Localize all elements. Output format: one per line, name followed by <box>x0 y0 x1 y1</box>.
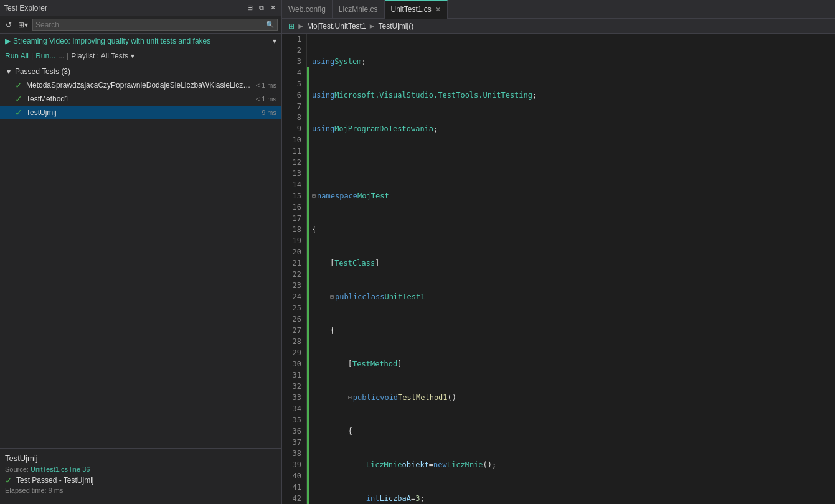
breadcrumb-class[interactable]: MojTest.UnitTest1 <box>307 22 366 30</box>
test-item[interactable]: ✓ TestMethod1 < 1 ms <box>0 92 281 106</box>
refresh-icon[interactable]: ↺ <box>4 19 14 30</box>
test-list: ▼ Passed Tests (3) ✓ MetodaSprawdzajacaC… <box>0 63 281 448</box>
green-gutter-bar <box>307 67 309 504</box>
test-explorer-titlebar: Test Explorer ⊞ ⧉ ✕ <box>0 0 281 16</box>
detail-status: ✓ Test Passed - TestUjmij <box>5 475 276 485</box>
separator2: ... <box>58 52 64 60</box>
test-item[interactable]: ✓ MetodaSprawdzajacaCzyPoprawnieDodajeSi… <box>0 78 281 92</box>
streaming-video-icon: ▶ <box>5 37 11 45</box>
tab-label-liczMnie: LiczMnie.cs <box>339 5 378 14</box>
code-line: ⊟public class UnitTest1 <box>312 291 830 302</box>
test-name-0: MetodaSprawdzajacaCzyPoprawnieDodajeSieL… <box>26 81 252 90</box>
editor-area: Web.config LiczMnie.cs UnitTest1.cs ✕ ⊞ … <box>282 0 835 504</box>
test-item-selected[interactable]: ✓ TestUjmij 9 ms <box>0 106 281 119</box>
test-name-1: TestMethod1 <box>26 95 252 103</box>
pass-icon-1: ✓ <box>15 94 22 104</box>
pin-icon[interactable]: ⊞ <box>245 3 255 12</box>
detail-source-link[interactable]: UnitTest1.cs line 36 <box>31 465 90 473</box>
passed-section-header[interactable]: ▼ Passed Tests (3) <box>0 65 281 78</box>
search-icon: 🔍 <box>266 21 275 29</box>
pass-icon-2: ✓ <box>15 108 22 118</box>
code-line: using System; <box>312 56 830 67</box>
expand-icon: ▼ <box>5 67 12 76</box>
breadcrumb-method[interactable]: TestUjmij() <box>378 22 413 30</box>
test-explorer-title: Test Explorer <box>4 4 47 12</box>
code-line: ⊟public void TestMethod1() <box>312 392 830 403</box>
breadcrumb-sep1: ► <box>297 22 304 30</box>
code-line: [TestClass] <box>312 258 830 269</box>
close-icon[interactable]: ✕ <box>268 3 278 12</box>
breadcrumb-namespace[interactable]: ⊞ <box>288 22 295 30</box>
streaming-dropdown-icon[interactable]: ▾ <box>273 37 276 45</box>
breadcrumb-sep2: ► <box>369 22 376 30</box>
test-duration-2: 9 ms <box>262 109 276 116</box>
detail-title: TestUjmij <box>5 454 276 463</box>
code-line: using MojProgramDoTestowania; <box>312 123 830 134</box>
run-link[interactable]: Run... <box>35 52 55 60</box>
tab-close-unitTest1[interactable]: ✕ <box>435 6 441 14</box>
code-line: ⊟namespace MojTest <box>312 190 830 202</box>
test-duration-1: < 1 ms <box>256 95 276 103</box>
search-box[interactable]: 🔍 <box>32 19 278 31</box>
separator1: | <box>31 52 33 60</box>
group-icon[interactable]: ⊞▾ <box>16 19 30 30</box>
code-line: { <box>312 426 830 437</box>
code-line: { <box>312 224 830 235</box>
detail-elapsed: Elapsed time: 9 ms <box>5 487 276 494</box>
code-line: [TestMethod] <box>312 358 830 370</box>
run-all-link[interactable]: Run All <box>5 52 29 60</box>
tab-label-unitTest1: UnitTest1.cs <box>391 5 432 14</box>
detail-status-text: Test Passed - TestUjmij <box>16 476 93 485</box>
code-line: { <box>312 325 830 336</box>
undock-icon[interactable]: ⧉ <box>257 3 266 12</box>
passed-section-label: Passed Tests (3) <box>15 67 70 76</box>
playlist-label: Playlist : All Tests <box>71 52 128 60</box>
detail-source-label: Source: <box>5 465 29 473</box>
breadcrumb: ⊞ ► MojTest.UnitTest1 ► TestUjmij() <box>282 19 835 34</box>
code-line <box>312 157 830 168</box>
code-line: using Microsoft.VisualStudio.TestTools.U… <box>312 90 830 101</box>
separator3: | <box>67 52 68 60</box>
test-duration-0: < 1 ms <box>256 82 276 89</box>
streaming-bar[interactable]: ▶ Streaming Video: Improving quality wit… <box>0 34 281 49</box>
tab-web-config[interactable]: Web.config <box>282 0 333 19</box>
pass-icon-0: ✓ <box>15 80 22 90</box>
tab-unitTest1[interactable]: UnitTest1.cs ✕ <box>385 0 448 19</box>
test-name-2: TestUjmij <box>26 108 258 117</box>
code-editor: 1 2 3 4 5 6 7 8 9 10 11 12 13 14 15 16 1… <box>282 34 835 504</box>
playlist-dropdown-icon[interactable]: ▾ <box>131 52 134 60</box>
titlebar-icons: ⊞ ⧉ ✕ <box>245 3 278 12</box>
code-line: int LiczbaA = 3; <box>312 493 830 504</box>
tab-bar: Web.config LiczMnie.cs UnitTest1.cs ✕ <box>282 0 835 19</box>
detail-source: Source: UnitTest1.cs line 36 <box>5 465 276 473</box>
test-detail-panel: TestUjmij Source: UnitTest1.cs line 36 ✓… <box>0 448 281 504</box>
tab-label-web-config: Web.config <box>288 5 326 14</box>
test-explorer-panel: Test Explorer ⊞ ⧉ ✕ ↺ ⊞▾ 🔍 ▶ Streaming V… <box>0 0 282 504</box>
search-input[interactable] <box>35 21 266 29</box>
code-content[interactable]: using System; using Microsoft.VisualStud… <box>307 34 835 504</box>
code-line: LiczMnie obiekt = new LiczMnie(); <box>312 459 830 470</box>
test-toolbar: ↺ ⊞▾ 🔍 <box>0 16 281 34</box>
streaming-text: Streaming Video: Improving quality with … <box>13 37 210 45</box>
tab-liczMnie[interactable]: LiczMnie.cs <box>333 0 385 19</box>
detail-pass-icon: ✓ <box>5 475 12 485</box>
run-bar: Run All | Run... ... | Playlist : All Te… <box>0 49 281 63</box>
line-numbers: 1 2 3 4 5 6 7 8 9 10 11 12 13 14 15 16 1… <box>282 34 307 504</box>
